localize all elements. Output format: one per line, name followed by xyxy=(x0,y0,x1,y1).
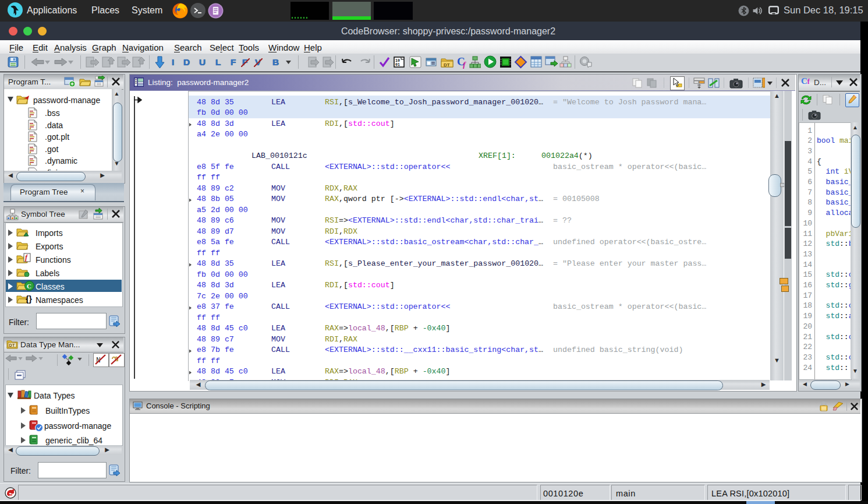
svg-text:01: 01 xyxy=(395,63,400,67)
svg-text:10: 10 xyxy=(395,59,400,63)
svg-text:f: f xyxy=(463,61,466,69)
svg-text:DT: DT xyxy=(444,62,450,68)
svg-text:C: C xyxy=(27,283,31,290)
svg-text:DT: DT xyxy=(9,343,15,348)
